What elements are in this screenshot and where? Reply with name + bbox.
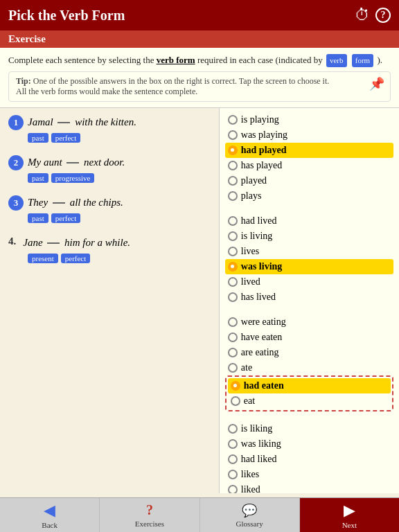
nav-glossary-label: Glossary (236, 520, 263, 528)
option-likes[interactable]: likes (225, 467, 393, 482)
q3-text: They all the chips. (28, 194, 123, 211)
radio-had-liked[interactable] (228, 454, 238, 464)
q3-tag-perfect: perfect (51, 213, 81, 223)
question-2: 2 My aunt next door. past progressive (8, 154, 213, 183)
nav-glossary[interactable]: 💬 Glossary (200, 498, 300, 532)
option-was-playing[interactable]: was playing (225, 127, 393, 143)
exercise-label: Exercise (8, 33, 46, 44)
radio-is-living[interactable] (228, 231, 238, 241)
label-is-playing: is playing (241, 114, 279, 125)
option-lived[interactable]: lived (225, 274, 393, 290)
nav-back[interactable]: ◀ Back (0, 498, 100, 532)
radio-had-eaten[interactable] (231, 381, 240, 391)
option-liked[interactable]: liked (225, 482, 393, 493)
radio-is-liking[interactable] (228, 424, 238, 434)
label-were-eating: were eating (241, 317, 286, 328)
answers-column: is playing was playing had played has pl… (220, 108, 399, 493)
q1-circle: 1 (8, 115, 24, 130)
instruction-before: Complete each sentence by selecting the (8, 55, 157, 65)
label-lived: lived (241, 276, 260, 287)
app-header: Pick the Verb Form ⏱ ? (0, 0, 399, 30)
option-had-played[interactable]: had played (225, 143, 393, 158)
header-icons: ⏱ ? (355, 6, 391, 24)
radio-was-living[interactable] (228, 262, 238, 272)
label-liked: liked (241, 484, 260, 493)
option-played[interactable]: played (225, 173, 393, 188)
q2-tags: past progressive (28, 173, 213, 183)
option-were-eating[interactable]: were eating (225, 314, 393, 330)
label-had-eaten: had eaten (244, 380, 284, 391)
radio-likes[interactable] (228, 470, 238, 479)
option-eat[interactable]: eat (228, 393, 391, 409)
answer-group-3: were eating have eaten are eating ate ha… (225, 314, 393, 411)
app-title: Pick the Verb Form (8, 8, 125, 24)
radio-have-eaten[interactable] (228, 332, 238, 342)
q3-circle: 3 (8, 195, 24, 211)
badge-verb: verb (326, 54, 347, 67)
nav-next[interactable]: ▶ Next (300, 498, 399, 532)
option-had-eaten[interactable]: had eaten (228, 378, 391, 393)
answer-group-4: is liking was liking had liked likes lik… (225, 421, 393, 493)
radio-had-played[interactable] (228, 145, 238, 155)
q4-tag-present: present (28, 254, 58, 263)
question-4: 4. Jane him for a while. present perfect (8, 234, 213, 263)
option-has-lived[interactable]: has lived (225, 290, 393, 305)
label-has-played: has played (241, 160, 282, 171)
q1-tags: past perfect (28, 133, 213, 143)
option-was-living[interactable]: was living (225, 259, 393, 274)
option-had-liked[interactable]: had liked (225, 452, 393, 467)
radio-is-playing[interactable] (228, 115, 238, 125)
bottom-nav: ◀ Back ? Exercises 💬 Glossary ▶ Next (0, 497, 399, 532)
label-had-lived: had lived (241, 215, 277, 227)
q2-circle: 2 (8, 155, 24, 170)
option-plays[interactable]: plays (225, 188, 393, 204)
instruction-text: Complete each sentence by selecting the … (8, 53, 391, 67)
tip-text: Tip: One of the possible answers in the … (16, 76, 383, 87)
q4-tag-perfect: perfect (61, 254, 91, 263)
option-is-liking[interactable]: is liking (225, 421, 393, 436)
option-was-liking[interactable]: was liking (225, 436, 393, 452)
radio-was-playing[interactable] (228, 130, 238, 140)
option-is-playing[interactable]: is playing (225, 112, 393, 127)
option-ate[interactable]: ate (225, 360, 393, 375)
q3-tags: past perfect (28, 213, 213, 223)
label-lives: lives (241, 246, 259, 257)
instruction-area: Complete each sentence by selecting the … (0, 48, 399, 108)
option-have-eaten[interactable]: have eaten (225, 330, 393, 345)
radio-ate[interactable] (228, 363, 238, 373)
tip-icon: 📌 (369, 76, 384, 91)
label-was-playing: was playing (241, 130, 287, 141)
nav-back-label: Back (42, 521, 57, 529)
back-icon: ◀ (44, 502, 55, 520)
radio-lived[interactable] (228, 277, 238, 287)
nav-exercises[interactable]: ? Exercises (100, 498, 200, 532)
label-had-played: had played (241, 145, 287, 156)
radio-lives[interactable] (228, 247, 238, 256)
label-had-liked: had liked (241, 454, 277, 465)
label-likes: likes (241, 469, 259, 480)
option-are-eating[interactable]: are eating (225, 345, 393, 360)
radio-had-lived[interactable] (228, 216, 238, 226)
radio-plays[interactable] (228, 191, 238, 201)
option-lives[interactable]: lives (225, 244, 393, 259)
q3-tag-past: past (28, 213, 48, 223)
radio-are-eating[interactable] (228, 348, 238, 357)
radio-were-eating[interactable] (228, 317, 238, 327)
option-is-living[interactable]: is living (225, 229, 393, 244)
label-ate: ate (241, 362, 252, 373)
label-was-living: was living (241, 261, 283, 272)
radio-eat[interactable] (231, 396, 240, 406)
dashed-region: had eaten eat (225, 375, 393, 411)
nav-exercises-label: Exercises (135, 520, 164, 528)
radio-has-lived[interactable] (228, 292, 238, 302)
help-icon[interactable]: ? (375, 8, 391, 23)
label-plays: plays (241, 190, 262, 202)
radio-was-liking[interactable] (228, 439, 238, 449)
radio-has-played[interactable] (228, 161, 238, 170)
option-had-lived[interactable]: had lived (225, 213, 393, 229)
radio-played[interactable] (228, 176, 238, 186)
option-has-played[interactable]: has played (225, 158, 393, 173)
radio-liked[interactable] (228, 485, 238, 493)
label-is-liking: is liking (241, 423, 273, 434)
label-have-eaten: have eaten (241, 332, 282, 343)
